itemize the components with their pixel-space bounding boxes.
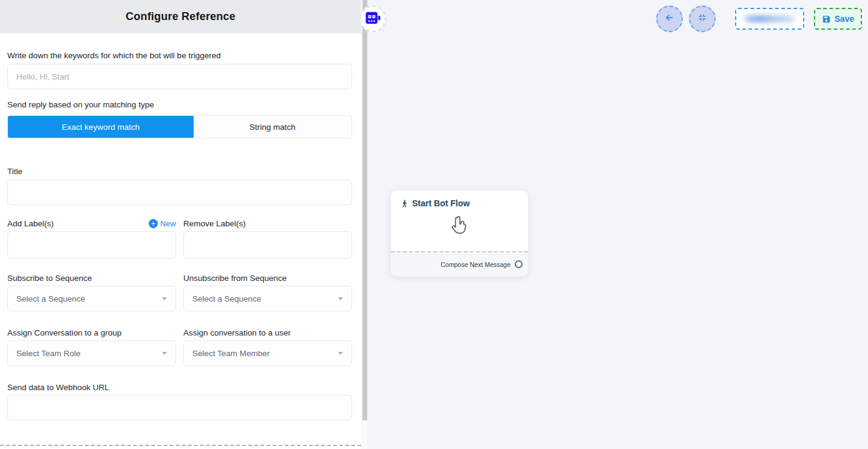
assign-select-row: Select Team Role Select Team Member [7, 339, 352, 366]
keywords-input[interactable] [7, 64, 352, 89]
node-title: Start Bot Flow [412, 198, 470, 208]
arrow-left-icon [664, 12, 675, 25]
assign-user-label: Assign conversation to a user [183, 328, 352, 339]
start-bot-flow-node[interactable]: Start Bot Flow Compose Next Message [390, 190, 529, 277]
team-member-select[interactable]: Select Team Member [183, 340, 352, 366]
node-header: Start Bot Flow [391, 191, 528, 208]
compose-next-message-link[interactable]: Compose Next Message [441, 261, 510, 268]
tab-string-match[interactable]: String match [194, 116, 351, 138]
panel-body: Write down the keywords for which the bo… [0, 50, 361, 420]
plus-icon: + [149, 219, 158, 228]
title-input[interactable] [7, 180, 352, 205]
bot-flow-builder: Configure Reference Write down the keywo… [0, 0, 868, 449]
title-label: Title [7, 166, 352, 177]
subscribe-sequence-label: Subscribe to Sequence [7, 273, 176, 284]
robot-icon [365, 10, 381, 28]
assign-label-row: Assign Conversation to a group Assign co… [7, 328, 352, 339]
chevron-down-icon [338, 352, 343, 355]
team-member-value: Select Team Member [192, 349, 270, 358]
configure-reference-panel: Configure Reference Write down the keywo… [0, 0, 361, 449]
labels-input-row [7, 229, 352, 258]
person-walking-icon [400, 199, 409, 208]
sidebar-scrollbar-thumb[interactable] [362, 0, 367, 420]
chevron-down-icon [162, 352, 167, 355]
blurred-label [745, 15, 795, 22]
team-role-select[interactable]: Select Team Role [7, 340, 176, 366]
keywords-label: Write down the keywords for which the bo… [7, 50, 352, 61]
sequence-select-row: Select a Sequence Select a Sequence [7, 284, 352, 311]
compress-icon [697, 13, 707, 25]
panel-title: Configure Reference [126, 10, 236, 23]
unsubscribe-sequence-select[interactable]: Select a Sequence [183, 286, 352, 311]
hand-pointer-icon [391, 214, 528, 239]
unsubscribe-sequence-label: Unsubscribe from Sequence [183, 273, 352, 284]
team-role-value: Select Team Role [16, 349, 81, 358]
assign-group-label: Assign Conversation to a group [7, 328, 176, 339]
sequence-label-row: Subscribe to Sequence Unsubscribe from S… [7, 273, 352, 284]
subscribe-sequence-value: Select a Sequence [16, 294, 85, 303]
blurred-action-button[interactable] [735, 8, 804, 30]
floppy-disk-icon [822, 15, 831, 24]
matching-type-label: Send reply based on your matching type [7, 100, 352, 110]
remove-labels-label: Remove Label(s) [183, 219, 246, 228]
node-footer: Compose Next Message [391, 251, 528, 276]
new-label-text: New [160, 219, 176, 228]
chevron-down-icon [162, 297, 167, 300]
add-labels-input[interactable] [7, 231, 176, 258]
labels-label-row: Add Label(s) + New Remove Label(s) [7, 218, 352, 229]
add-labels-label: Add Label(s) [7, 218, 54, 229]
sidebar-scrollbar-track[interactable] [361, 0, 367, 449]
chevron-down-icon [338, 297, 343, 300]
back-button[interactable] [656, 5, 683, 32]
unsubscribe-sequence-value: Select a Sequence [192, 294, 261, 303]
save-button-label: Save [835, 14, 855, 24]
collapse-button[interactable] [689, 5, 716, 32]
panel-bottom-divider [0, 445, 361, 446]
new-label-link[interactable]: + New [149, 219, 176, 228]
save-button[interactable]: Save [814, 8, 862, 30]
tab-exact-keyword-match[interactable]: Exact keyword match [8, 116, 194, 138]
webhook-input[interactable] [7, 395, 352, 420]
bot-avatar-badge [359, 5, 386, 32]
subscribe-sequence-select[interactable]: Select a Sequence [7, 286, 176, 311]
matching-type-tabs: Exact keyword match String match [7, 115, 352, 138]
webhook-label: Send data to Webhook URL [7, 382, 352, 393]
panel-header: Configure Reference [0, 0, 361, 33]
remove-labels-input[interactable] [183, 231, 352, 258]
connection-port[interactable] [515, 260, 523, 268]
